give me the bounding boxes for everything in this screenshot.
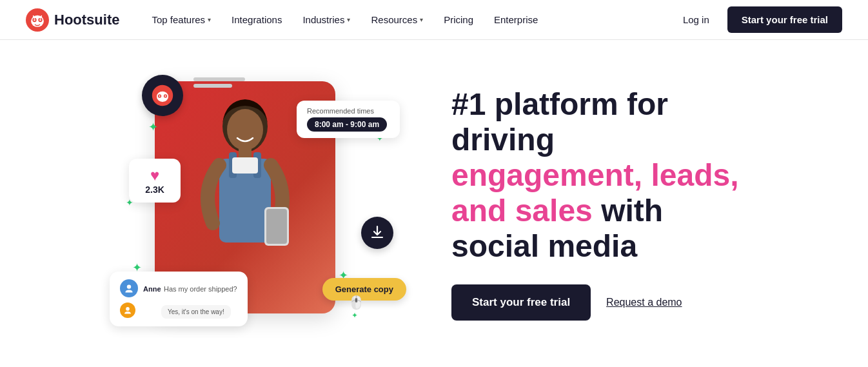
logo[interactable]: Hootsuite <box>26 8 119 32</box>
gray-line <box>193 77 245 81</box>
nav-top-features[interactable]: Top features ▾ <box>143 9 220 30</box>
brand-name: Hootsuite <box>54 12 119 28</box>
user-icon <box>123 306 132 315</box>
svg-point-22 <box>126 307 130 311</box>
download-icon <box>370 225 385 241</box>
hootsuite-logo-icon <box>26 8 49 32</box>
hero-heading: #1 platform for driving engagement, lead… <box>451 86 816 264</box>
nav-trial-button[interactable]: Start your free trial <box>727 6 842 33</box>
nav-links: Top features ▾ Integrations Industries ▾… <box>143 9 675 30</box>
recommended-time: 8:00 am - 9:00 am <box>307 117 387 132</box>
nav-right: Log in Start your free trial <box>675 6 842 33</box>
svg-point-7 <box>227 109 263 150</box>
svg-point-4 <box>34 19 35 21</box>
nav-pricing[interactable]: Pricing <box>435 9 482 30</box>
recommended-label: Recommended times <box>307 107 390 115</box>
like-badge: ♥ 2.3K <box>129 159 181 203</box>
svg-point-5 <box>39 19 41 21</box>
sparkle-icon: ✦ <box>351 311 358 320</box>
hero-illustration: ✦ ✦ ✦ ✦ ✦ ✦ <box>90 68 413 339</box>
svg-rect-14 <box>232 157 258 174</box>
chat-avatar <box>120 279 138 297</box>
sparkle-icon: ✦ <box>148 120 158 134</box>
hero-cta: Start your free trial Request a demo <box>451 284 816 321</box>
chat-message: Has my order shipped? <box>164 285 237 293</box>
chat-reply-text: Yes, it's on the way! <box>161 305 231 319</box>
chat-sender-name: Anne <box>143 285 161 293</box>
hero-section: ✦ ✦ ✦ ✦ ✦ ✦ <box>0 40 868 367</box>
chat-reply-row: Yes, it's on the way! <box>120 303 237 319</box>
nav-industries[interactable]: Industries ▾ <box>293 9 359 30</box>
heart-icon: ♥ <box>139 166 170 184</box>
navbar: Hootsuite Top features ▾ Integrations In… <box>0 0 868 40</box>
owl-icon <box>151 84 174 107</box>
hero-accent-text: engagement, leads, <box>451 158 738 192</box>
svg-point-19 <box>159 95 160 96</box>
share-icon-bubble <box>361 217 393 249</box>
nav-enterprise[interactable]: Enterprise <box>485 9 547 30</box>
chevron-down-icon: ▾ <box>347 16 350 23</box>
gray-line <box>193 84 232 88</box>
like-count: 2.3K <box>139 184 170 195</box>
hero-trial-button[interactable]: Start your free trial <box>451 284 591 321</box>
user-icon <box>124 283 134 293</box>
nav-resources[interactable]: Resources ▾ <box>362 9 432 30</box>
chat-content: Anne Has my order shipped? <box>143 283 237 294</box>
svg-point-21 <box>127 284 131 288</box>
svg-rect-13 <box>266 209 287 244</box>
request-demo-link[interactable]: Request a demo <box>606 297 682 308</box>
chat-row: Anne Has my order shipped? <box>120 279 237 297</box>
hero-text: #1 platform for driving engagement, lead… <box>413 86 816 321</box>
svg-point-20 <box>164 95 166 96</box>
reply-avatar <box>120 303 135 318</box>
hootsuite-avatar-bubble <box>142 75 183 116</box>
post-preview-lines <box>193 77 245 88</box>
chevron-down-icon: ▾ <box>208 16 211 23</box>
chat-bubble: Anne Has my order shipped? Yes, it's on … <box>110 272 248 326</box>
nav-integrations[interactable]: Integrations <box>222 9 291 30</box>
cursor-icon: 🖱️ <box>348 295 364 310</box>
chevron-down-icon: ▾ <box>420 16 423 23</box>
login-button[interactable]: Log in <box>675 9 717 30</box>
recommended-times-bubble: Recommended times 8:00 am - 9:00 am <box>297 101 400 138</box>
